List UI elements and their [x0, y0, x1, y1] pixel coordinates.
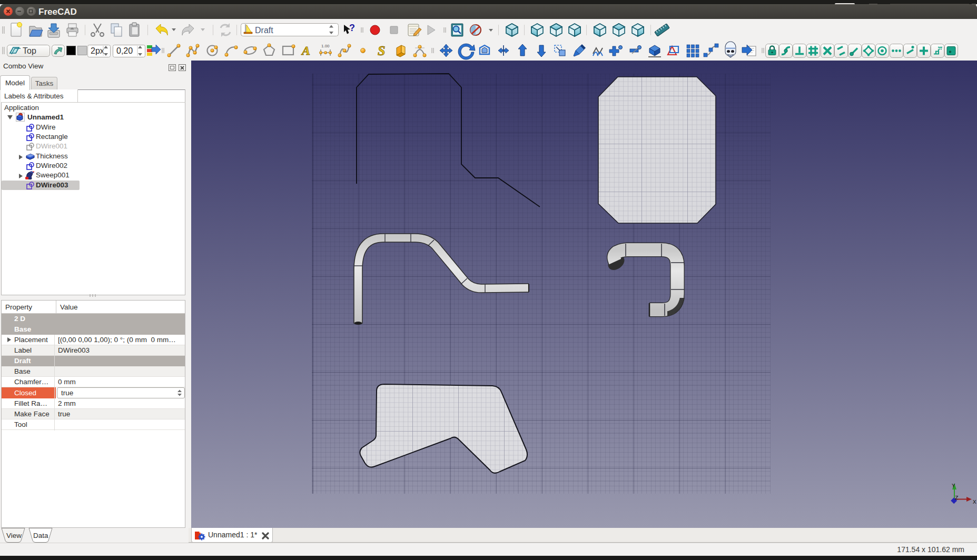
svg-text:Draft: Draft — [255, 26, 273, 35]
svg-text:?: ? — [349, 23, 355, 33]
svg-text:Z: Z — [955, 495, 959, 501]
svg-text:View: View — [6, 532, 22, 539]
svg-text:X: X — [973, 499, 976, 505]
svg-text:0,20: 0,20 — [116, 46, 133, 55]
svg-text:Data: Data — [33, 532, 48, 539]
svg-text:Y: Y — [952, 483, 955, 489]
svg-text:1.00: 1.00 — [321, 44, 330, 48]
svg-text:2px: 2px — [91, 46, 104, 55]
svg-text:S: S — [378, 43, 385, 58]
svg-text:Top: Top — [23, 46, 36, 55]
svg-text:A: A — [301, 44, 310, 57]
